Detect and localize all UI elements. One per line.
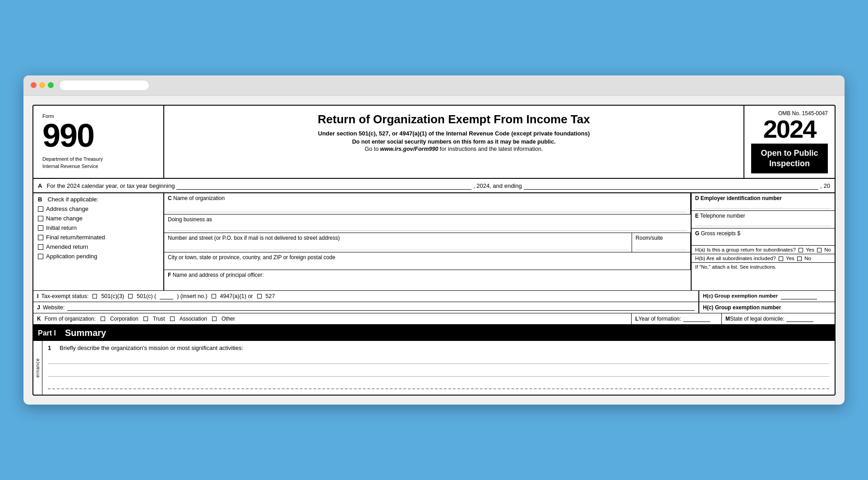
hb-no-label: No (804, 256, 811, 261)
employer-id-input[interactable] (695, 202, 831, 209)
section-j-left: J Website: (33, 302, 699, 313)
form-website-link: www.irs.gov/Form990 (380, 146, 439, 152)
k-corporation-label: Corporation (110, 316, 139, 322)
row-principal: F Name and address of principal officer: (164, 270, 691, 290)
browser-window: Form 990 Department of the Treasury Inte… (23, 75, 845, 405)
main-body-row: B Check if applicable: Address change Na… (33, 193, 835, 291)
name-org-input[interactable] (168, 202, 687, 212)
amended-return-checkbox[interactable] (38, 244, 43, 250)
i-501c-insert-field[interactable] (160, 293, 173, 299)
telephone-input[interactable] (695, 220, 831, 226)
maximize-dot[interactable] (48, 82, 54, 88)
section-a-mid: , 2024, and ending (473, 182, 522, 189)
open-inspection-box: Open to Public Inspection (751, 144, 828, 174)
cell-city: City or town, state or province, country… (164, 252, 691, 270)
group-exemption-field[interactable] (781, 293, 817, 299)
i-527-checkbox[interactable] (257, 294, 262, 298)
section-b-label: B (38, 196, 42, 203)
mission-line-2[interactable] (48, 368, 829, 377)
section-i-right: H(c) Group exemption number (699, 291, 835, 302)
ha-no-checkbox[interactable] (817, 248, 822, 252)
i-501c3-label: 501(c)(3) (101, 293, 124, 299)
city-label: City or town, state or province, country… (168, 254, 335, 261)
k-trust-checkbox[interactable] (143, 317, 148, 321)
application-pending-checkbox[interactable] (38, 254, 43, 259)
section-m-text: State of legal domicile: (730, 316, 785, 322)
section-i-row: I Tax-exempt status: 501(c)(3) 501(c) ( … (33, 291, 835, 302)
section-i-left: I Tax-exempt status: 501(c)(3) 501(c) ( … (33, 291, 699, 302)
col-b-inner: B Check if applicable: Address change Na… (33, 193, 163, 265)
initial-return-checkbox[interactable] (38, 225, 43, 231)
state-domicile-input[interactable] (786, 316, 813, 322)
website-input[interactable] (67, 304, 695, 311)
row-city: City or town, state or province, country… (164, 252, 691, 270)
name-change-checkbox[interactable] (38, 216, 43, 221)
address-change-label: Address change (46, 205, 88, 212)
close-dot[interactable] (31, 82, 37, 88)
subtitle3-end: for instructions and the latest informat… (440, 146, 543, 152)
tax-year-ending-field[interactable] (524, 182, 819, 190)
street-input[interactable] (168, 243, 628, 250)
hb-no-checkbox[interactable] (797, 256, 802, 261)
i-4947-label: 4947(a)(1) or (220, 293, 253, 299)
final-return-label: Final return/terminated (46, 234, 105, 241)
dba-input[interactable] (168, 224, 687, 231)
col-d-label: D (695, 195, 699, 201)
ha-yes-checkbox[interactable] (799, 248, 803, 252)
section-a-end: , 20 (820, 182, 830, 189)
k-corporation-checkbox[interactable] (101, 317, 105, 321)
section-i-label: I (37, 293, 38, 299)
room-label: Room/suite (636, 235, 663, 241)
i-insert-label: ) (insert no.) (177, 293, 207, 299)
col-e-label: E (695, 213, 699, 219)
mission-dashed-line (48, 380, 829, 389)
col-c-label-text: C Name of organization (168, 195, 687, 201)
part-i-header: Part I Summary (33, 325, 835, 341)
section-k-text: Form of organization: (45, 316, 96, 322)
open-inspection-line1: Open to Public (755, 148, 824, 158)
ha-no-label: No (824, 247, 831, 252)
final-return-checkbox[interactable] (38, 235, 43, 240)
cell-employer-id: D Employer identification number (692, 193, 835, 211)
row-name-org: C Name of organization (164, 193, 691, 214)
col-b: B Check if applicable: Address change Na… (33, 193, 164, 290)
tax-year-beginning-field[interactable] (176, 182, 471, 190)
address-bar[interactable] (59, 80, 149, 91)
col-g-label: G (695, 230, 699, 237)
section-k-left: K Form of organization: Corporation Trus… (33, 313, 632, 324)
hc-group-label: H(c) Group exemption number (703, 304, 781, 311)
i-501c3-checkbox[interactable] (92, 294, 97, 298)
browser-dots (31, 82, 54, 88)
initial-return-label: Initial return (46, 224, 77, 231)
part-i-title: Summary (65, 328, 106, 338)
checkbox-row-name-change: Name change (38, 215, 159, 222)
summary-main: 1 Briefly describe the organization's mi… (42, 341, 835, 395)
col-c-name-org-text: Name of organization (173, 195, 225, 201)
i-501c-checkbox[interactable] (128, 294, 133, 298)
k-association-checkbox[interactable] (170, 317, 175, 321)
minimize-dot[interactable] (39, 82, 45, 88)
ha-yes-label: Yes (806, 247, 814, 252)
hb-yes-checkbox[interactable] (779, 256, 783, 261)
row-dba: Doing business as (164, 214, 691, 233)
hb-text: H(b) Are all subordinates included? (695, 256, 776, 261)
q1-number: 1 (48, 345, 55, 351)
i-501c-label: 501(c) ( (137, 293, 156, 299)
k-other-label: Other (222, 316, 235, 322)
question-1: 1 Briefly describe the organization's mi… (48, 345, 829, 351)
address-change-checkbox[interactable] (38, 206, 43, 212)
open-inspection-line2: Inspection (755, 158, 824, 169)
col-e-text: Telephone number (700, 213, 745, 219)
i-4947-checkbox[interactable] (212, 294, 216, 298)
k-other-checkbox[interactable] (212, 317, 217, 321)
year-formation-input[interactable] (683, 316, 710, 322)
street-label: Number and street (or P.O. box if mail i… (168, 235, 340, 241)
dept-line1: Department of the Treasury (42, 155, 154, 163)
omb-section: OMB No. 1545-0047 2024 Open to Public In… (744, 106, 835, 178)
cell-ha: H(a) Is this a group return for subordin… (692, 246, 835, 254)
governance-label: ernance (35, 358, 40, 377)
col-d-text: Employer identification number (701, 195, 782, 201)
name-change-label: Name change (46, 215, 83, 222)
mission-line-1[interactable] (48, 355, 829, 364)
room-input[interactable] (636, 243, 687, 250)
